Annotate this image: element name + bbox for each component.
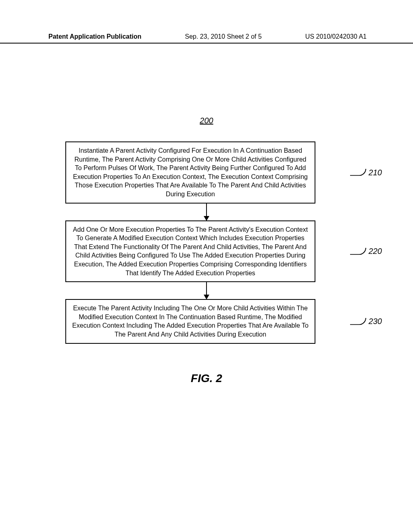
page-header: Patent Application Publication Sep. 23, … xyxy=(0,0,413,44)
figure-label: FIG. 2 xyxy=(48,372,365,385)
step-1-reference: 210 xyxy=(350,168,382,177)
step-2-reference: 220 xyxy=(350,247,382,256)
callout-connector-icon xyxy=(350,247,366,255)
flowchart-step-1-container: Instantiate A Parent Activity Configured… xyxy=(65,141,348,204)
step-1-ref-number: 210 xyxy=(369,168,382,177)
flowchart-step-2-container: Add One Or More Execution Properties To … xyxy=(65,220,348,283)
header-publication-type: Patent Application Publication xyxy=(48,33,142,40)
step-3-reference: 230 xyxy=(350,317,382,326)
flowchart: Instantiate A Parent Activity Configured… xyxy=(65,141,348,344)
flowchart-step-2: Add One Or More Execution Properties To … xyxy=(65,220,315,283)
header-date-sheet: Sep. 23, 2010 Sheet 2 of 5 xyxy=(185,33,262,40)
header-patent-number: US 2010/0242030 A1 xyxy=(305,33,367,40)
content-area: 200 Instantiate A Parent Activity Config… xyxy=(0,116,413,385)
callout-connector-icon xyxy=(350,169,366,176)
callout-connector-icon xyxy=(350,318,366,325)
step-2-ref-number: 220 xyxy=(369,247,382,256)
step-3-ref-number: 230 xyxy=(369,317,382,326)
flowchart-step-1: Instantiate A Parent Activity Configured… xyxy=(65,141,315,204)
arrow-down-icon xyxy=(206,204,207,220)
arrow-down-icon xyxy=(206,282,207,299)
figure-number: 200 xyxy=(48,116,365,125)
flowchart-step-3-container: Execute The Parent Activity Including Th… xyxy=(65,299,348,343)
flowchart-step-3: Execute The Parent Activity Including Th… xyxy=(65,299,315,343)
